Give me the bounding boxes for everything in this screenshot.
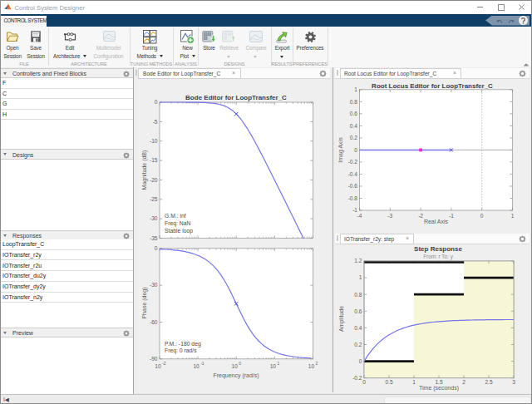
svg-text:1: 1 (277, 361, 279, 366)
svg-text:1: 1 (359, 274, 362, 280)
svg-text:0.5: 0.5 (385, 379, 392, 385)
svg-text:1: 1 (511, 212, 515, 218)
svg-text:Amplitude: Amplitude (338, 305, 345, 331)
svg-text:2.5: 2.5 (485, 379, 492, 385)
svg-text:-20: -20 (150, 176, 158, 182)
svg-text:-2: -2 (162, 361, 166, 366)
svg-text:0.2: 0.2 (350, 135, 357, 140)
svg-text:2: 2 (462, 379, 466, 385)
svg-text:Freq: NaN: Freq: NaN (165, 220, 190, 227)
svg-text:10: 10 (270, 362, 277, 368)
svg-text:-0.8: -0.8 (348, 195, 358, 200)
svg-text:0.8: 0.8 (350, 98, 357, 104)
svg-text:10: 10 (308, 362, 315, 368)
svg-text:0.6: 0.6 (354, 308, 362, 313)
svg-text:Step Response: Step Response (414, 244, 462, 252)
svg-text:0: 0 (155, 99, 158, 105)
svg-text:0.4: 0.4 (350, 122, 357, 128)
svg-text:From: r To: y: From: r To: y (423, 253, 454, 259)
svg-text:-25: -25 (150, 196, 158, 202)
svg-text:-5: -5 (153, 118, 158, 124)
svg-text:-3: -3 (387, 212, 392, 218)
svg-text:1: 1 (354, 86, 357, 92)
svg-text:-10: -10 (150, 138, 158, 144)
svg-text:0.6: 0.6 (350, 111, 357, 116)
svg-text:Stable loop: Stable loop (165, 228, 193, 234)
svg-text:1: 1 (412, 379, 416, 385)
svg-text:-60: -60 (150, 318, 158, 324)
svg-text:-2: -2 (418, 212, 423, 218)
svg-text:0: 0 (155, 245, 158, 251)
svg-text:-90: -90 (150, 356, 158, 362)
svg-text:-30: -30 (150, 282, 158, 288)
svg-text:0: 0 (354, 146, 357, 152)
svg-text:1.2: 1.2 (354, 258, 362, 264)
svg-text:3: 3 (512, 379, 515, 385)
svg-text:-35: -35 (150, 234, 158, 240)
svg-text:0: 0 (362, 379, 366, 385)
svg-text:Magnitude (dB): Magnitude (dB) (141, 150, 148, 190)
svg-text:-0.2: -0.2 (352, 375, 362, 381)
svg-text:-0.4: -0.4 (348, 170, 358, 176)
svg-text:-4: -4 (357, 212, 362, 218)
svg-text:-0.2: -0.2 (348, 159, 358, 165)
svg-text:Real Axis: Real Axis (424, 219, 449, 224)
svg-text:0: 0 (239, 361, 241, 366)
svg-text:0.8: 0.8 (354, 291, 362, 297)
svg-text:2: 2 (316, 361, 318, 366)
svg-text:-15: -15 (150, 157, 158, 163)
svg-text:-1: -1 (352, 207, 357, 213)
svg-text:0.2: 0.2 (354, 341, 362, 347)
svg-text:G.M.: inf: G.M.: inf (165, 213, 186, 219)
svg-text:Freq: 0 rad/s: Freq: 0 rad/s (165, 347, 197, 354)
svg-text:Frequency (rad/s): Frequency (rad/s) (213, 372, 259, 379)
svg-text:Imag Axis: Imag Axis (337, 136, 344, 162)
svg-text:0: 0 (480, 212, 484, 218)
svg-text:10: 10 (193, 362, 200, 368)
svg-text:0: 0 (359, 357, 362, 363)
svg-text:-0.6: -0.6 (348, 183, 358, 189)
svg-text:Root Locus Editor for LoopTran: Root Locus Editor for LoopTransfer_C (372, 81, 493, 89)
svg-text:P.M.: -180 deg: P.M.: -180 deg (165, 340, 201, 347)
svg-text:-1: -1 (200, 361, 204, 366)
svg-text:10: 10 (155, 362, 161, 368)
svg-text:Bode Editor for LoopTransfer_C: Bode Editor for LoopTransfer_C (185, 93, 287, 101)
svg-text:-30: -30 (150, 215, 158, 221)
svg-text:-1: -1 (449, 212, 454, 218)
svg-text:10: 10 (232, 362, 239, 368)
svg-text:Phase (deg): Phase (deg) (141, 287, 148, 318)
svg-text:Time (seconds): Time (seconds) (419, 385, 459, 392)
svg-text:0.4: 0.4 (354, 324, 362, 330)
